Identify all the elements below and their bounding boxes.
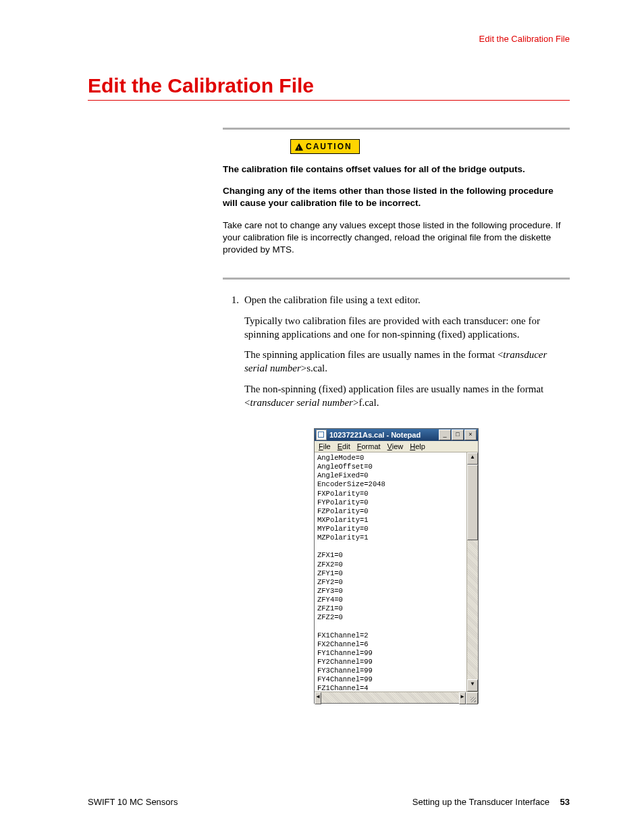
caution-bold-2: Changing any of the items other than tho… (223, 185, 570, 209)
running-head: Edit the Calibration File (479, 34, 570, 44)
step-p2-a: The spinning application files are usual… (244, 349, 503, 360)
horizontal-scrollbar[interactable]: ◄ ► (315, 692, 478, 703)
notepad-text-area[interactable]: AngleMode=0 AngleOffset=0 AngleFixed=0 E… (315, 452, 466, 692)
step-sub: Typically two calibration files are prov… (244, 314, 570, 410)
step-p2: The spinning application files are usual… (244, 348, 570, 375)
list-item: 1. Open the calibration file using a tex… (223, 293, 570, 416)
title-rule (88, 100, 570, 101)
list-body: Open the calibration file using a text e… (244, 293, 570, 416)
notepad-icon (316, 429, 327, 440)
menu-file[interactable]: File (319, 442, 331, 450)
ordered-list: 1. Open the calibration file using a tex… (223, 293, 570, 416)
step-lead: Open the calibration file using a text e… (244, 294, 421, 305)
content-column: !CAUTION The calibration file contains o… (223, 128, 570, 704)
footer-left: SWIFT 10 MC Sensors (88, 797, 178, 807)
notepad-menubar: File Edit Format View Help (315, 441, 478, 452)
scroll-thumb[interactable] (467, 465, 478, 540)
scroll-down-button[interactable]: ▼ (467, 679, 478, 692)
close-button[interactable]: × (464, 429, 477, 440)
page-number: 53 (560, 797, 570, 807)
scroll-up-button[interactable]: ▲ (467, 452, 478, 465)
menu-format[interactable]: Format (357, 442, 381, 450)
page-footer: SWIFT 10 MC Sensors Setting up the Trans… (88, 797, 570, 807)
step-p3: The non-spinning (fixed) application fil… (244, 382, 570, 410)
hscroll-track[interactable] (321, 692, 459, 703)
caution-body: Take care not to change any values excep… (223, 219, 570, 257)
notepad-window: 10237221As.cal - Notepad _ □ × File Edit… (314, 428, 479, 704)
notepad-client-area: AngleMode=0 AngleOffset=0 AngleFixed=0 E… (315, 452, 478, 692)
footer-right: Setting up the Transducer Interface 53 (412, 797, 570, 807)
minimize-button[interactable]: _ (439, 429, 451, 440)
list-number: 1. (223, 293, 244, 416)
caution-label: !CAUTION (290, 139, 360, 154)
menu-edit[interactable]: Edit (338, 442, 350, 450)
menu-help[interactable]: Help (410, 442, 425, 450)
scroll-track[interactable] (467, 540, 478, 679)
step-p3-ital: transducer serial number (250, 397, 353, 408)
page-title: Edit the Calibration File (88, 74, 570, 97)
notepad-titlebar[interactable]: 10237221As.cal - Notepad _ □ × (315, 429, 478, 441)
step-p3-b: >f.cal. (353, 397, 379, 408)
warning-icon: ! (295, 143, 303, 151)
caution-bold-1: The calibration file contains offset val… (223, 163, 570, 176)
caution-block: !CAUTION The calibration file contains o… (223, 128, 570, 280)
svg-text:!: ! (298, 145, 301, 151)
vertical-scrollbar[interactable]: ▲ ▼ (466, 452, 478, 692)
notepad-title-text: 10237221As.cal - Notepad (329, 431, 438, 439)
caution-label-text: CAUTION (306, 142, 352, 151)
scroll-left-button[interactable]: ◄ (315, 692, 321, 704)
maximize-button[interactable]: □ (452, 429, 464, 440)
scroll-right-button[interactable]: ► (459, 692, 466, 704)
menu-view[interactable]: View (387, 442, 404, 450)
footer-section: Setting up the Transducer Interface (412, 797, 549, 807)
step-p1: Typically two calibration files are prov… (244, 314, 570, 342)
step-p2-b: >s.cal. (301, 363, 327, 373)
resize-grip[interactable] (466, 692, 478, 704)
